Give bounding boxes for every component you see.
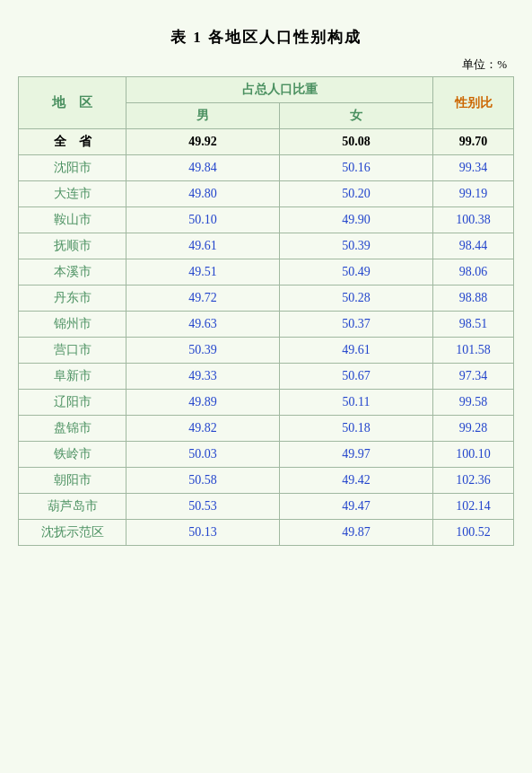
cell-male: 49.72: [126, 285, 280, 312]
cell-female: 50.20: [280, 181, 433, 207]
data-table: 地 区 占总人口比重 性别比 男 女 全 省49.9250.0899.70沈阳市…: [18, 76, 514, 546]
cell-region: 阜新市: [19, 364, 126, 390]
cell-male: 50.03: [126, 442, 280, 468]
table-row: 抚顺市49.6150.3998.44: [19, 233, 514, 259]
cell-region: 沈抚示范区: [19, 520, 126, 546]
table-row: 盘锦市49.8250.1899.28: [19, 416, 514, 442]
header-female: 女: [280, 103, 433, 129]
cell-male: 49.80: [126, 181, 280, 207]
cell-male: 50.53: [126, 494, 280, 520]
header-male: 男: [126, 103, 280, 129]
table-row: 辽阳市49.8950.1199.58: [19, 390, 514, 416]
cell-female: 50.18: [280, 416, 433, 442]
cell-region: 锦州市: [19, 312, 126, 338]
cell-female: 50.16: [280, 155, 433, 181]
cell-female: 50.11: [280, 390, 433, 416]
table-row: 营口市50.3949.61101.58: [19, 338, 514, 364]
cell-female: 49.90: [280, 207, 433, 233]
cell-region: 大连市: [19, 181, 126, 207]
header-sex-ratio: 性别比: [433, 77, 514, 129]
table-row: 铁岭市50.0349.97100.10: [19, 442, 514, 468]
cell-region: 铁岭市: [19, 442, 126, 468]
table-row: 阜新市49.3350.6797.34: [19, 364, 514, 390]
cell-region: 鞍山市: [19, 207, 126, 233]
cell-region: 全 省: [19, 129, 126, 155]
cell-sex-ratio: 98.44: [433, 233, 514, 259]
cell-female: 49.87: [280, 520, 433, 546]
header-proportion-group: 占总人口比重: [126, 77, 433, 103]
cell-female: 49.42: [280, 468, 433, 494]
cell-female: 49.47: [280, 494, 433, 520]
cell-region: 沈阳市: [19, 155, 126, 181]
cell-female: 49.61: [280, 338, 433, 364]
table-row: 沈阳市49.8450.1699.34: [19, 155, 514, 181]
cell-region: 朝阳市: [19, 468, 126, 494]
cell-female: 49.97: [280, 442, 433, 468]
cell-male: 49.82: [126, 416, 280, 442]
cell-sex-ratio: 98.88: [433, 285, 514, 312]
cell-sex-ratio: 102.14: [433, 494, 514, 520]
cell-male: 49.63: [126, 312, 280, 338]
cell-sex-ratio: 97.34: [433, 364, 514, 390]
cell-sex-ratio: 99.19: [433, 181, 514, 207]
cell-male: 49.89: [126, 390, 280, 416]
cell-female: 50.37: [280, 312, 433, 338]
cell-sex-ratio: 98.06: [433, 259, 514, 285]
table-row: 锦州市49.6350.3798.51: [19, 312, 514, 338]
cell-region: 抚顺市: [19, 233, 126, 259]
cell-region: 辽阳市: [19, 390, 126, 416]
table-row: 全 省49.9250.0899.70: [19, 129, 514, 155]
cell-region: 营口市: [19, 338, 126, 364]
cell-sex-ratio: 100.10: [433, 442, 514, 468]
table-title: 表 1 各地区人口性别构成: [18, 27, 514, 48]
cell-male: 49.51: [126, 259, 280, 285]
cell-female: 50.28: [280, 285, 433, 312]
table-row: 沈抚示范区50.1349.87100.52: [19, 520, 514, 546]
cell-sex-ratio: 100.38: [433, 207, 514, 233]
cell-male: 50.10: [126, 207, 280, 233]
page: 表 1 各地区人口性别构成 单位：% 地 区 占总人口比重 性别比 男 女 全 …: [0, 0, 532, 773]
cell-male: 49.92: [126, 129, 280, 155]
table-row: 丹东市49.7250.2898.88: [19, 285, 514, 312]
cell-female: 50.67: [280, 364, 433, 390]
table-row: 葫芦岛市50.5349.47102.14: [19, 494, 514, 520]
unit-label: 单位：%: [18, 57, 514, 73]
table-row: 朝阳市50.5849.42102.36: [19, 468, 514, 494]
cell-female: 50.39: [280, 233, 433, 259]
cell-region: 丹东市: [19, 285, 126, 312]
table-row: 鞍山市50.1049.90100.38: [19, 207, 514, 233]
cell-region: 盘锦市: [19, 416, 126, 442]
cell-sex-ratio: 100.52: [433, 520, 514, 546]
cell-female: 50.08: [280, 129, 433, 155]
cell-region: 葫芦岛市: [19, 494, 126, 520]
cell-sex-ratio: 102.36: [433, 468, 514, 494]
table-row: 大连市49.8050.2099.19: [19, 181, 514, 207]
cell-male: 49.33: [126, 364, 280, 390]
cell-male: 50.13: [126, 520, 280, 546]
cell-sex-ratio: 99.34: [433, 155, 514, 181]
cell-male: 50.58: [126, 468, 280, 494]
cell-region: 本溪市: [19, 259, 126, 285]
cell-female: 50.49: [280, 259, 433, 285]
table-row: 本溪市49.5150.4998.06: [19, 259, 514, 285]
cell-sex-ratio: 99.58: [433, 390, 514, 416]
header-region: 地 区: [19, 77, 126, 129]
cell-sex-ratio: 99.70: [433, 129, 514, 155]
cell-male: 49.61: [126, 233, 280, 259]
cell-sex-ratio: 99.28: [433, 416, 514, 442]
cell-sex-ratio: 101.58: [433, 338, 514, 364]
cell-sex-ratio: 98.51: [433, 312, 514, 338]
cell-male: 50.39: [126, 338, 280, 364]
cell-male: 49.84: [126, 155, 280, 181]
